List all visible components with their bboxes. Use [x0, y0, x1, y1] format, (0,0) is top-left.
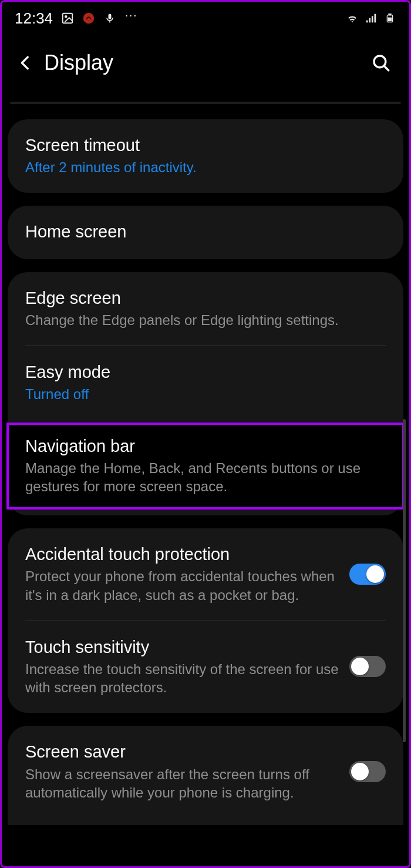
svg-rect-7: [372, 16, 373, 22]
header-separator: [10, 102, 401, 104]
item-description: Change the Edge panels or Edge lighting …: [25, 311, 386, 329]
svg-point-1: [65, 16, 67, 18]
wifi-icon: [346, 12, 359, 25]
svg-rect-8: [375, 14, 376, 23]
scrollbar[interactable]: [403, 419, 406, 742]
accidental-touch-item[interactable]: Accidental touch protection Protect your…: [8, 528, 403, 621]
item-title: Screen saver: [25, 741, 339, 762]
svg-rect-6: [369, 18, 370, 22]
item-title: Navigation bar: [25, 435, 386, 457]
image-icon: [61, 12, 74, 25]
svg-rect-0: [63, 14, 73, 24]
signal-icon: [365, 12, 378, 25]
more-notifications-icon: ···: [124, 8, 137, 21]
mic-icon: [103, 12, 116, 25]
svg-rect-3: [109, 14, 112, 19]
touch-sensitivity-toggle[interactable]: [349, 656, 386, 677]
item-title: Accidental touch protection: [25, 544, 339, 565]
svg-rect-11: [388, 18, 392, 22]
item-title: Edge screen: [25, 287, 386, 309]
item-title: Screen timeout: [25, 135, 386, 156]
item-title: Home screen: [25, 221, 386, 242]
item-title: Touch sensitivity: [25, 636, 339, 658]
screen-timeout-item[interactable]: Screen timeout After 2 minutes of inacti…: [8, 119, 403, 193]
battery-icon: [383, 12, 396, 25]
item-title: Easy mode: [25, 361, 386, 383]
item-value: Turned off: [25, 385, 386, 403]
page-title: Display: [44, 51, 113, 75]
settings-group: Screen saver Show a screensaver after th…: [8, 726, 403, 825]
settings-group: Screen timeout After 2 minutes of inacti…: [8, 119, 403, 193]
status-bar: 12:34 ···: [2, 2, 409, 32]
page-header: Display: [2, 32, 409, 98]
status-time: 12:34: [15, 9, 53, 28]
navigation-bar-item[interactable]: Navigation bar Manage the Home, Back, an…: [6, 423, 405, 510]
settings-group: Edge screen Change the Edge panels or Ed…: [8, 272, 403, 516]
accidental-touch-toggle[interactable]: [349, 564, 386, 585]
easy-mode-item[interactable]: Easy mode Turned off: [8, 346, 403, 420]
item-value: After 2 minutes of inactivity.: [25, 158, 386, 176]
edge-screen-item[interactable]: Edge screen Change the Edge panels or Ed…: [8, 272, 403, 346]
screen-saver-item[interactable]: Screen saver Show a screensaver after th…: [8, 726, 403, 825]
search-button[interactable]: [367, 49, 395, 77]
svg-point-2: [83, 13, 94, 24]
item-description: Show a screensaver after the screen turn…: [25, 765, 339, 802]
app-notification-icon: [82, 12, 95, 25]
item-description: Manage the Home, Back, and Recents butto…: [25, 459, 386, 495]
svg-line-13: [384, 66, 389, 71]
screen-saver-toggle[interactable]: [349, 761, 386, 782]
home-screen-item[interactable]: Home screen: [8, 206, 403, 259]
back-button[interactable]: [11, 49, 39, 77]
touch-sensitivity-item[interactable]: Touch sensitivity Increase the touch sen…: [8, 621, 403, 713]
svg-rect-5: [366, 21, 368, 23]
settings-group: Home screen: [8, 206, 403, 259]
settings-group: Accidental touch protection Protect your…: [8, 528, 403, 713]
item-description: Protect your phone from accidental touch…: [25, 567, 339, 604]
item-description: Increase the touch sensitivity of the sc…: [25, 660, 339, 696]
svg-rect-10: [389, 14, 391, 15]
